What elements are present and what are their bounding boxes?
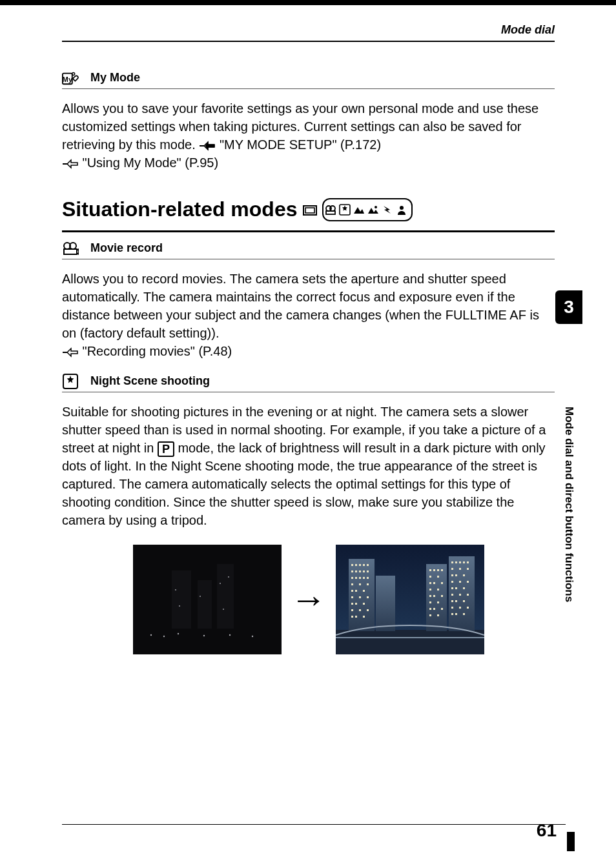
svg-rect-60 [367, 596, 369, 598]
svg-rect-45 [363, 570, 365, 572]
svg-rect-40 [363, 564, 365, 566]
arrow-icon: → [291, 581, 327, 618]
svg-point-9 [375, 206, 377, 208]
svg-rect-38 [355, 564, 357, 566]
night-rule [62, 392, 555, 392]
svg-point-10 [400, 206, 404, 210]
portrait-icon [396, 204, 407, 216]
svg-rect-116 [467, 607, 469, 609]
svg-rect-74 [429, 576, 431, 578]
svg-rect-92 [455, 561, 457, 563]
svg-rect-106 [455, 587, 457, 589]
footer-edge-bar [567, 832, 575, 851]
svg-rect-79 [429, 589, 431, 590]
svg-rect-35 [426, 564, 447, 631]
landscape-icon [353, 204, 365, 216]
chapter-title-vertical: Mode dial and direct button functions [555, 324, 582, 685]
svg-point-30 [228, 576, 229, 578]
svg-rect-68 [355, 616, 357, 618]
svg-rect-43 [355, 570, 357, 572]
svg-rect-52 [351, 583, 353, 585]
svg-rect-49 [359, 577, 361, 579]
running-title: Mode dial [62, 23, 555, 37]
svg-rect-72 [437, 569, 439, 571]
svg-rect-111 [451, 600, 453, 602]
landscape-portrait-icon [367, 204, 379, 216]
sports-icon [382, 204, 393, 216]
svg-rect-46 [367, 570, 369, 572]
svg-rect-88 [441, 608, 443, 610]
svg-rect-59 [359, 596, 361, 598]
svg-rect-101 [463, 574, 465, 576]
svg-rect-51 [367, 577, 369, 579]
night-scene-icon [62, 375, 79, 388]
movie-icon [62, 242, 79, 255]
svg-rect-110 [467, 594, 469, 596]
svg-rect-107 [463, 587, 465, 589]
svg-rect-18 [217, 564, 234, 629]
svg-rect-33 [349, 559, 375, 631]
svg-rect-85 [437, 601, 439, 603]
svg-rect-93 [459, 561, 461, 563]
page-number: 61 [537, 820, 557, 841]
svg-rect-76 [429, 582, 431, 584]
svg-rect-32 [336, 630, 484, 654]
svg-rect-115 [459, 607, 461, 609]
svg-rect-89 [429, 614, 431, 616]
svg-point-19 [150, 634, 151, 636]
night-body: Suitable for shooting pictures in the ev… [62, 403, 555, 529]
svg-rect-54 [367, 583, 369, 585]
svg-point-27 [200, 596, 201, 597]
movie-body: Allows you to record movies. The camera … [62, 270, 555, 360]
movie-heading-row: Movie record [62, 241, 555, 255]
svg-rect-34 [376, 576, 395, 631]
svg-rect-99 [451, 574, 453, 576]
page: Mode dial 3 Mode dial and direct button … [0, 0, 616, 868]
svg-text:My: My [63, 76, 73, 83]
svg-rect-69 [363, 616, 365, 618]
mymode-rule [62, 88, 555, 89]
svg-rect-64 [351, 609, 353, 611]
mode-icons-pill [322, 198, 413, 221]
svg-rect-37 [351, 564, 353, 566]
svg-rect-63 [363, 603, 365, 605]
svg-rect-82 [433, 595, 435, 597]
svg-rect-71 [433, 569, 435, 571]
svg-rect-105 [451, 587, 453, 589]
mymode-title: My Mode [90, 71, 140, 85]
svg-rect-17 [198, 580, 212, 629]
svg-rect-118 [455, 613, 457, 615]
night-scene-icon [339, 204, 351, 216]
svg-rect-58 [351, 596, 353, 598]
svg-rect-41 [367, 564, 369, 566]
svg-rect-95 [467, 561, 469, 563]
svg-point-29 [223, 609, 224, 610]
movie-icon [325, 204, 336, 216]
svg-rect-108 [451, 594, 453, 596]
svg-point-28 [220, 583, 221, 584]
mymode-heading-row: My My Mode [62, 71, 555, 85]
svg-rect-66 [367, 609, 369, 611]
svg-point-26 [179, 605, 180, 607]
svg-rect-113 [463, 600, 465, 602]
svg-rect-13 [64, 249, 77, 254]
svg-rect-4 [305, 208, 314, 213]
mymode-ref2: "Using My Mode" (P.95) [83, 156, 219, 170]
svg-point-2 [72, 72, 75, 75]
svg-point-22 [203, 635, 204, 636]
situation-rule [62, 230, 555, 232]
movie-rule [62, 259, 555, 259]
svg-rect-53 [359, 583, 361, 585]
svg-rect-48 [355, 577, 357, 579]
svg-rect-81 [429, 595, 431, 597]
svg-rect-61 [351, 603, 353, 605]
footer: 61 [0, 819, 616, 845]
night-title: Night Scene shooting [90, 374, 210, 388]
svg-rect-84 [429, 601, 431, 603]
svg-rect-7 [326, 211, 335, 214]
svg-rect-75 [437, 576, 439, 578]
svg-point-21 [177, 633, 178, 634]
situation-heading: Situation-related modes [62, 197, 298, 221]
movie-title: Movie record [90, 241, 163, 255]
p-mode-label: P [162, 443, 170, 456]
